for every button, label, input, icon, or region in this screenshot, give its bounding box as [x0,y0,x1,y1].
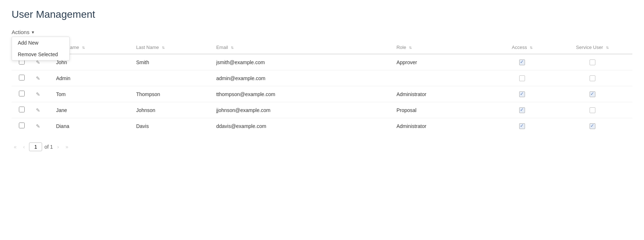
table-row: ✎Adminadmin@example.com [12,70,632,86]
row-1-checkbox[interactable] [19,75,25,80]
row-2-select-cell [12,86,32,102]
row-3-lastname: Johnson [132,102,212,118]
next-page-button[interactable]: › [55,142,61,151]
row-1-serviceuser-cell [552,70,632,86]
row-2-access-cell [492,86,553,102]
row-0-lastname: Smith [132,54,212,70]
row-2-firstname: Tom [52,86,132,102]
row-0-access-checkbox[interactable] [519,59,525,65]
page-of-label: of 1 [44,144,53,150]
row-3-select-cell [12,102,32,118]
table-row: ✎DianaDavisddavis@example.comAdministrat… [12,118,632,134]
row-1-edit-cell: ✎ [32,70,52,86]
actions-arrow-icon: ▼ [31,30,35,34]
table-row: ✎JohnSmithjsmith@example.comApprover [12,54,632,70]
row-0-serviceuser-checkbox[interactable] [590,59,595,65]
row-2-email: tthompson@example.com [212,86,392,102]
row-1-serviceuser-checkbox[interactable] [590,75,595,81]
actions-dropdown-container: Actions ▼ Add New Remove Selected [12,28,35,37]
row-1-edit-icon[interactable]: ✎ [36,75,40,81]
row-3-firstname: Jane [52,102,132,118]
actions-menu: Add New Remove Selected [12,37,70,61]
row-0-email: jsmith@example.com [212,54,392,70]
row-0-role: Approver [392,54,492,70]
actions-label: Actions [12,29,29,35]
row-3-serviceuser-cell [552,102,632,118]
row-1-firstname: Admin [52,70,132,86]
row-4-edit-cell: ✎ [32,118,52,134]
table-row: ✎TomThompsontthompson@example.comAdminis… [12,86,632,102]
row-4-checkbox[interactable] [19,123,25,128]
row-2-access-checkbox[interactable] [519,91,525,97]
menu-item-remove-selected[interactable]: Remove Selected [12,49,69,60]
header-role[interactable]: Role ⇅ [392,41,492,54]
row-2-serviceuser-checkbox[interactable] [590,91,595,97]
row-4-email: ddavis@example.com [212,118,392,134]
row-1-email: admin@example.com [212,70,392,86]
header-lastname[interactable]: Last Name ⇅ [132,41,212,54]
row-3-role: Proposal [392,102,492,118]
row-3-access-cell [492,102,553,118]
row-4-access-cell [492,118,553,134]
row-1-access-cell [492,70,553,86]
row-2-lastname: Thompson [132,86,212,102]
menu-item-add-new[interactable]: Add New [12,37,69,49]
row-2-checkbox[interactable] [19,91,25,96]
last-page-button[interactable]: » [63,142,71,151]
user-table: First Name ⇅ Last Name ⇅ Email ⇅ Role ⇅ … [12,41,632,134]
row-3-serviceuser-checkbox[interactable] [590,107,595,113]
row-4-lastname: Davis [132,118,212,134]
sort-role-icon: ⇅ [409,46,412,50]
header-serviceuser[interactable]: Service User ⇅ [552,41,632,54]
row-4-access-checkbox[interactable] [519,123,525,129]
first-page-button[interactable]: « [12,142,19,151]
row-1-access-checkbox[interactable] [519,75,525,81]
row-4-serviceuser-checkbox[interactable] [590,123,595,129]
actions-button[interactable]: Actions ▼ [12,28,35,37]
pagination: « ‹ of 1 › » [12,142,632,151]
row-2-serviceuser-cell [552,86,632,102]
table-header-row: First Name ⇅ Last Name ⇅ Email ⇅ Role ⇅ … [12,41,632,54]
sort-access-icon: ⇅ [530,46,533,50]
sort-serviceuser-icon: ⇅ [606,46,609,50]
table-body: ✎JohnSmithjsmith@example.comApprover✎Adm… [12,54,632,134]
row-4-firstname: Diana [52,118,132,134]
header-email[interactable]: Email ⇅ [212,41,392,54]
prev-page-button[interactable]: ‹ [21,142,27,151]
row-4-role: Administrator [392,118,492,134]
row-4-edit-icon[interactable]: ✎ [36,123,40,129]
row-3-access-checkbox[interactable] [519,107,525,113]
row-1-select-cell [12,70,32,86]
row-2-edit-cell: ✎ [32,86,52,102]
page-number-input[interactable] [29,142,42,151]
sort-firstname-icon: ⇅ [82,46,85,50]
page-title: User Management [12,9,632,20]
sort-email-icon: ⇅ [231,46,234,50]
row-0-serviceuser-cell [552,54,632,70]
table-row: ✎JaneJohnsonjjohnson@example.comProposal [12,102,632,118]
header-access[interactable]: Access ⇅ [492,41,553,54]
row-3-edit-icon[interactable]: ✎ [36,107,40,113]
row-0-access-cell [492,54,553,70]
row-3-edit-cell: ✎ [32,102,52,118]
row-4-serviceuser-cell [552,118,632,134]
row-2-edit-icon[interactable]: ✎ [36,91,40,97]
row-4-select-cell [12,118,32,134]
row-1-lastname [132,70,212,86]
row-3-email: jjohnson@example.com [212,102,392,118]
sort-lastname-icon: ⇅ [162,46,165,50]
row-3-checkbox[interactable] [19,107,25,112]
row-1-role [392,70,492,86]
row-2-role: Administrator [392,86,492,102]
